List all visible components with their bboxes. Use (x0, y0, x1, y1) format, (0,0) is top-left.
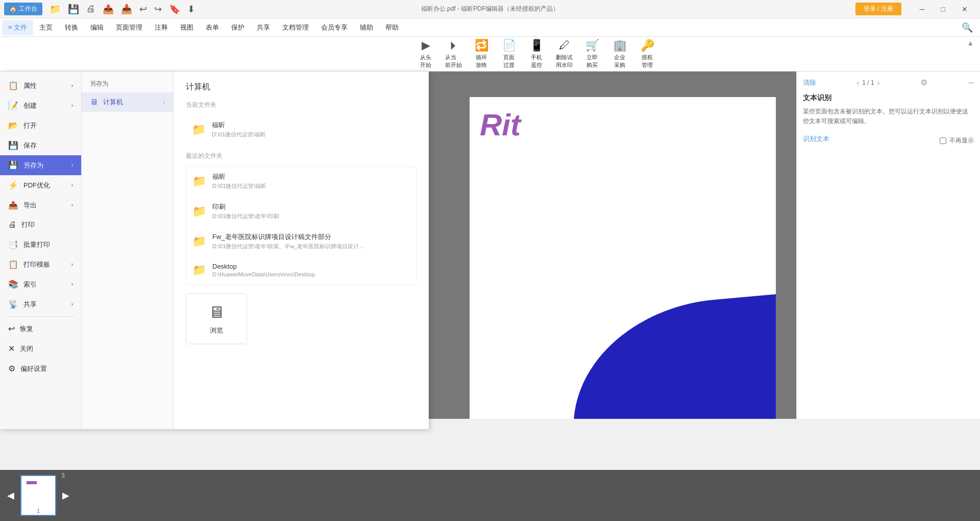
menu-item-protect[interactable]: 保护 (225, 20, 251, 35)
fs-create-label: 创建 (23, 101, 37, 110)
fsm-item-computer[interactable]: 🖥 计算机 › (82, 92, 173, 112)
title-toolbar-icons: 📁 💾 🖨 📤 📥 ↩ ↪ 🔖 ⬇ (47, 3, 197, 16)
menu-item-view[interactable]: 视图 (174, 20, 200, 35)
recent-folder-2[interactable]: 📁 印刷 D:\01微信代运营\老年\印刷 (186, 197, 416, 225)
maximize-button[interactable]: □ (933, 0, 953, 18)
menu-item-help[interactable]: 帮助 (379, 20, 405, 35)
download-icon[interactable]: ⬇ (185, 3, 197, 16)
recent-folder-1[interactable]: 📁 福昕 D:\01微信代运营\福昕 (186, 167, 416, 195)
fs-item-index[interactable]: 📚 索引 › (0, 274, 81, 294)
toolbar: ▶ 从头开始 ⏵ 从当前开始 🔁 循环放映 📄 页面过渡 📱 手机遥控 🖊 删除… (0, 37, 980, 72)
stamp-icon[interactable]: 🔖 (167, 3, 182, 16)
fs-item-print[interactable]: 🖨 打印 (0, 215, 81, 234)
fs-share-label: 共享 (23, 300, 37, 309)
browse-button[interactable]: 🖥 浏览 (186, 293, 247, 344)
workbench-label: 工作台 (19, 5, 37, 13)
print-icon[interactable]: 🖨 (84, 3, 97, 15)
toolbar-remove-watermark-button[interactable]: 🖊 删除试用水印 (551, 37, 578, 71)
undo-icon[interactable]: ↩ (137, 3, 149, 16)
current-start-label: 从当前开始 (445, 54, 462, 69)
menu-home-label: 主页 (39, 23, 53, 32)
recent-folder-3[interactable]: 📁 Fw_老年医院标识牌项目设计稿文件部分 D:\01微信代运营\老年\软装、\… (186, 227, 416, 255)
search-button[interactable]: 🔍 (957, 20, 978, 35)
thumb-prev-nav[interactable]: ◀ (5, 488, 16, 503)
menu-item-vip[interactable]: 会员专享 (315, 20, 354, 35)
export-icon[interactable]: 📤 (101, 3, 116, 16)
toolbar-start-button[interactable]: ▶ 从头开始 (412, 37, 439, 71)
fs-item-batch-print[interactable]: 📑 批量打印 (0, 234, 81, 254)
menu-item-share[interactable]: 共享 (251, 20, 276, 35)
fs-item-create[interactable]: 📝 创建 › (0, 96, 81, 115)
toolbar-page-transition-button[interactable]: 📄 页面过渡 (496, 37, 522, 71)
current-folder-path: D:\01微信代运营\福昕 (212, 131, 266, 138)
rp-next-button[interactable]: › (877, 79, 880, 87)
thumbnail-1[interactable]: 1 (20, 475, 56, 516)
recent-folder-4[interactable]: 📁 Desktop D:\HuaweiMoveData\Users\rinro\… (186, 257, 416, 282)
save-fs-icon: 💾 (8, 140, 18, 150)
fs-item-restore[interactable]: ↩ 恢复 (0, 319, 81, 339)
menu-item-annotate[interactable]: 注释 (149, 20, 174, 35)
toolbar-expand-icon[interactable]: ▲ (967, 39, 974, 47)
remove-watermark-label: 删除试用水印 (556, 54, 573, 69)
fs-print-template-label: 打印模板 (23, 260, 50, 269)
fs-item-print-template[interactable]: 📋 打印模板 › (0, 254, 81, 274)
fs-item-open[interactable]: 📂 打开 (0, 115, 81, 135)
fs-item-properties[interactable]: 📋 属性 › (0, 76, 81, 96)
toolbar-remote-button[interactable]: 📱 手机遥控 (523, 37, 550, 71)
menu-item-docmgmt[interactable]: 文档管理 (276, 20, 315, 35)
title-bar: 🏠 工作台 📁 💾 🖨 📤 📥 ↩ ↪ 🔖 ⬇ 福昕办公.pdf - 福昕PDF… (0, 0, 980, 18)
menu-bar: ≡ 文件 主页 转换 编辑 页面管理 注释 视图 表单 保护 共享 文档管理 会… (0, 18, 980, 37)
toolbar-current-start-button[interactable]: ⏵ 从当前开始 (440, 37, 467, 71)
rp-close-icon[interactable]: ─ (968, 78, 974, 87)
workbench-button[interactable]: 🏠 工作台 (4, 3, 42, 15)
rp-no-show-label: 不再显示 (949, 136, 974, 145)
import-icon[interactable]: 📥 (119, 3, 134, 16)
login-button[interactable]: 登录 / 注册 (855, 3, 901, 15)
open-icon: 📂 (8, 121, 18, 130)
toolbar-enterprise-button[interactable]: 🏢 企业采购 (606, 37, 633, 71)
fs-item-close[interactable]: ✕ 关闭 (0, 339, 81, 359)
current-folder-item[interactable]: 📁 福昕 D:\01微信代运营\福昕 (186, 115, 416, 144)
menu-vip-label: 会员专享 (321, 23, 348, 32)
toolbar-buy-button[interactable]: 🛒 立即购买 (579, 37, 605, 71)
recent-folder-3-info: Fw_老年医院标识牌项目设计稿文件部分 D:\01微信代运营\老年\软装、\Fw… (212, 232, 363, 250)
save-icon[interactable]: 💾 (66, 3, 81, 16)
rp-no-show-row: 不再显示 (940, 136, 974, 145)
rp-clear-button[interactable]: 清除 (803, 78, 816, 87)
open-file-icon[interactable]: 📁 (47, 3, 63, 16)
minimize-button[interactable]: ─ (912, 0, 933, 18)
fs-item-pdf-optimize[interactable]: ⚡ PDF优化 › (0, 175, 81, 195)
toolbar-license-button[interactable]: 🔑 授权管理 (634, 37, 660, 71)
browse-label: 浏览 (210, 326, 223, 335)
computer-icon: 🖥 (90, 98, 98, 107)
menu-item-form[interactable]: 表单 (200, 20, 225, 35)
toolbar-loop-button[interactable]: 🔁 循环放映 (468, 37, 495, 71)
menu-view-label: 视图 (180, 23, 193, 32)
menu-item-home[interactable]: 主页 (33, 20, 59, 35)
menu-item-file[interactable]: ≡ 文件 (2, 20, 33, 35)
redo-icon[interactable]: ↪ (152, 3, 164, 16)
fs-item-preferences[interactable]: ⚙ 偏好设置 (0, 359, 81, 378)
rp-prev-button[interactable]: ‹ (857, 79, 860, 87)
menu-item-convert[interactable]: 转换 (59, 20, 84, 35)
menu-item-assist[interactable]: 辅助 (354, 20, 379, 35)
menu-protect-label: 保护 (231, 23, 244, 32)
close-button[interactable]: ✕ (953, 0, 976, 18)
buy-icon: 🛒 (585, 39, 599, 52)
thumb-next-nav[interactable]: ▶ (60, 488, 71, 503)
share-arrow-icon: › (71, 301, 73, 307)
rp-identify-button[interactable]: 识别文本 (803, 134, 829, 144)
fs-item-save-as[interactable]: 💾 另存为 › (0, 155, 81, 175)
rp-no-show-checkbox[interactable] (940, 137, 946, 144)
fs-item-share[interactable]: 📡 共享 › (0, 294, 81, 314)
fs-separator (6, 316, 75, 317)
fs-item-save[interactable]: 💾 保存 (0, 135, 81, 155)
menu-item-edit[interactable]: 编辑 (84, 20, 110, 35)
file-menu-overlay: 📋 属性 › 📝 创建 › 📂 打开 💾 保存 💾 另存为 › (0, 72, 429, 429)
current-folder-icon: 📁 (192, 123, 206, 136)
page-transition-icon: 📄 (502, 39, 516, 52)
rp-settings-icon[interactable]: ⚙ (920, 78, 927, 87)
fs-item-export[interactable]: 📤 导出 › (0, 195, 81, 215)
menu-item-page[interactable]: 页面管理 (110, 20, 149, 35)
share-fs-icon: 📡 (8, 299, 18, 309)
